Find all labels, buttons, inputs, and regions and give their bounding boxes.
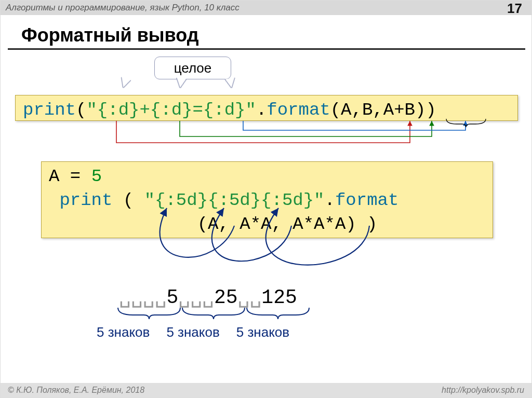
output-line: ␣␣␣␣5␣␣␣25␣␣125 [119,285,297,309]
footer-bar: © К.Ю. Поляков, Е.А. Ерёмин, 2018 http:/… [1,383,531,397]
footer-copyright: © К.Ю. Поляков, Е.А. Ерёмин, 2018 [8,386,144,395]
code-method-format: format [267,100,330,120]
code-paren: ( [76,100,86,120]
label-5-chars: 5 знаков [236,324,289,340]
output-pad: ␣␣␣ [178,286,214,309]
code-args: (A,B,A+B)) [330,100,436,120]
code-method-format: format [335,190,398,210]
callout-tail-icon [176,78,186,88]
page-number: 17 [507,1,522,17]
slide: Алгоритмы и программирование, язык Pytho… [0,0,532,398]
page-title: Форматный вывод [21,24,199,46]
code-box-1: print("{:d}+{:d}={:d}".format(A,B,A+B)) [15,95,518,121]
code-fn-print: print [23,100,76,120]
output-labels: 5 знаков 5 знаков 5 знаков [97,324,289,340]
callout-tail-icon [119,77,131,89]
label-5-chars: 5 знаков [166,324,219,340]
callout-integer: целое [154,57,231,79]
header-bar: Алгоритмы и программирование, язык Pytho… [1,1,531,15]
output-pad: ␣␣␣␣ [119,286,167,309]
footer-url: http://kpolyakov.spb.ru [442,386,524,395]
code-paren: ( [112,190,144,210]
output-pad: ␣␣ [238,286,262,309]
code-box-2: A = 5 print ( "{:5d}{:5d}{:5d}".format (… [41,161,493,238]
output-value: 125 [261,286,297,309]
callout-tail-icon [225,78,236,89]
label-5-chars: 5 знаков [97,324,150,340]
title-underline [8,48,525,50]
output-value: 25 [214,286,238,309]
code-dot: . [256,100,267,120]
output-value: 5 [167,286,179,309]
header-subject: Алгоритмы и программирование, язык Pytho… [6,3,240,13]
code-assign-lhs: A = [49,167,91,186]
code-format-string: "{:5d}{:5d}{:5d}" [144,190,325,210]
code-format-string: "{:d}+{:d}={:d}" [86,100,256,120]
code-fn-print: print [59,190,112,210]
code-dot: . [325,190,335,210]
code-number: 5 [91,167,102,186]
code-args-line: (A, A*A, A*A*A) ) [49,214,378,234]
